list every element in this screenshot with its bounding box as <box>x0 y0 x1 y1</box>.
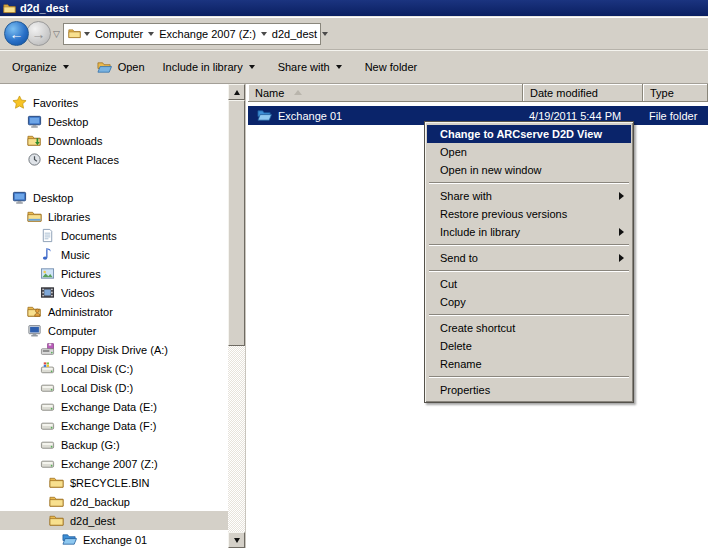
sidebar-item-backup-g[interactable]: Backup (G:) <box>0 435 228 454</box>
floppy-drive-icon <box>40 342 55 357</box>
chevron-down-icon[interactable] <box>322 32 328 36</box>
title-bar: d2d_dest <box>0 0 708 17</box>
new-folder-button[interactable]: New folder <box>365 61 418 73</box>
organize-label: Organize <box>12 61 57 73</box>
sidebar-item-pictures[interactable]: Pictures <box>0 264 228 283</box>
sidebar-item-music[interactable]: Music <box>0 245 228 264</box>
chevron-down-icon[interactable] <box>84 32 90 36</box>
menu-item-open[interactable]: Open <box>427 143 631 161</box>
column-header-date-modified[interactable]: Date modified <box>523 84 643 102</box>
sidebar-item-d2d-backup[interactable]: d2d_backup <box>0 492 228 511</box>
breadcrumb-exchange-2007-z[interactable]: Exchange 2007 (Z:) <box>157 28 258 40</box>
sidebar-item-label: Music <box>61 249 90 261</box>
new-folder-label: New folder <box>365 61 418 73</box>
chevron-down-icon <box>336 65 342 69</box>
sidebar-item-exchange-2007-z[interactable]: Exchange 2007 (Z:) <box>0 454 228 473</box>
scroll-up-button[interactable] <box>228 84 245 100</box>
triangle-down-icon <box>234 538 240 543</box>
sidebar-item-libraries[interactable]: Libraries <box>0 207 228 226</box>
menu-item-create-shortcut[interactable]: Create shortcut <box>427 319 631 337</box>
address-bar: ← → ▽ Computer Exchange 2007 (Z:) d2d_de… <box>0 18 708 50</box>
sidebar-item-exchange-data-f[interactable]: Exchange Data (F:) <box>0 416 228 435</box>
sidebar-item-administrator[interactable]: Administrator <box>0 302 228 321</box>
pictures-icon <box>40 266 55 281</box>
organize-button[interactable]: Organize <box>12 61 69 73</box>
sidebar-item-local-disk-c[interactable]: Local Disk (C:) <box>0 359 228 378</box>
scrollbar-thumb[interactable] <box>228 100 245 346</box>
menu-item-send-to[interactable]: Send to <box>427 249 631 267</box>
sidebar-item-d2d-dest[interactable]: d2d_dest <box>0 511 228 530</box>
sidebar-item-local-disk-d[interactable]: Local Disk (D:) <box>0 378 228 397</box>
back-arrow-icon: ← <box>10 26 24 42</box>
include-in-library-button[interactable]: Include in library <box>163 61 255 73</box>
open-folder-blue-icon <box>62 532 77 547</box>
menu-item-share-with[interactable]: Share with <box>427 187 631 205</box>
breadcrumb-d2d-dest[interactable]: d2d_dest <box>270 28 319 40</box>
menu-separator <box>429 314 629 316</box>
menu-item-copy[interactable]: Copy <box>427 293 631 311</box>
menu-item-restore-previous-versions[interactable]: Restore previous versions <box>427 205 631 223</box>
sidebar-item-label: Administrator <box>48 306 113 318</box>
sidebar-item-label: Desktop <box>33 192 73 204</box>
menu-item-change-to-arcserve-d2d-view[interactable]: Change to ARCserve D2D View <box>427 125 631 143</box>
sidebar-item-floppy-a[interactable]: Floppy Disk Drive (A:) <box>0 340 228 359</box>
sidebar-item-label: Floppy Disk Drive (A:) <box>61 344 168 356</box>
sidebar-item-computer[interactable]: Computer <box>0 321 228 340</box>
sidebar-item-label: Exchange 2007 (Z:) <box>61 458 158 470</box>
breadcrumb[interactable]: Computer Exchange 2007 (Z:) d2d_dest <box>63 23 321 45</box>
sidebar-item-label: $RECYCLE.BIN <box>70 477 149 489</box>
music-icon <box>40 247 55 262</box>
submenu-arrow-icon <box>619 192 624 200</box>
column-header-type[interactable]: Type <box>643 84 708 102</box>
command-toolbar: Organize Open Include in library Share w… <box>0 50 708 84</box>
sidebar-item-label: Local Disk (D:) <box>61 382 133 394</box>
menu-separator <box>429 376 629 378</box>
sidebar-item-label: Downloads <box>48 135 102 147</box>
chevron-down-icon[interactable] <box>148 32 154 36</box>
folder-icon <box>68 27 81 40</box>
sidebar-item-recent-places[interactable]: Recent Places <box>0 150 228 169</box>
column-headers: Name Date modified Type <box>248 84 708 102</box>
breadcrumb-computer[interactable]: Computer <box>93 28 145 40</box>
folder-icon <box>49 513 64 528</box>
menu-item-rename[interactable]: Rename <box>427 355 631 373</box>
menu-item-open-in-new-window[interactable]: Open in new window <box>427 161 631 179</box>
menu-item-cut[interactable]: Cut <box>427 275 631 293</box>
sidebar-item-recycle-bin[interactable]: $RECYCLE.BIN <box>0 473 228 492</box>
sidebar-item-label: Favorites <box>33 97 78 109</box>
system-drive-icon <box>40 361 55 376</box>
sidebar-item-exchange-01[interactable]: Exchange 01 <box>0 530 228 548</box>
column-header-name[interactable]: Name <box>248 84 523 102</box>
sidebar-item-documents[interactable]: Documents <box>0 226 228 245</box>
menu-item-include-in-library[interactable]: Include in library <box>427 223 631 241</box>
submenu-arrow-icon <box>619 228 624 236</box>
recent-places-icon <box>27 152 42 167</box>
menu-item-properties[interactable]: Properties <box>427 381 631 399</box>
column-label: Name <box>255 87 284 99</box>
back-button[interactable]: ← <box>4 21 29 46</box>
drive-icon <box>40 456 55 471</box>
chevron-down-icon[interactable] <box>261 32 267 36</box>
share-with-button[interactable]: Share with <box>278 61 342 73</box>
window-title: d2d_dest <box>20 2 68 14</box>
sidebar-item-desktop-favorite[interactable]: Desktop <box>0 112 228 131</box>
forward-button[interactable]: → <box>26 21 51 46</box>
menu-separator <box>429 244 629 246</box>
scroll-down-button[interactable] <box>228 532 245 548</box>
navigation-pane: Favorites Desktop Downloads Recent Place… <box>0 84 228 548</box>
sidebar-item-downloads[interactable]: Downloads <box>0 131 228 150</box>
menu-item-delete[interactable]: Delete <box>427 337 631 355</box>
recent-pages-dropdown[interactable]: ▽ <box>53 29 60 39</box>
sidebar-item-label: Local Disk (C:) <box>61 363 133 375</box>
sidebar-item-favorites[interactable]: Favorites <box>0 93 228 112</box>
sidebar-item-exchange-data-e[interactable]: Exchange Data (E:) <box>0 397 228 416</box>
tree-scrollbar[interactable] <box>228 84 245 548</box>
menu-separator <box>429 182 629 184</box>
sidebar-item-label: Desktop <box>48 116 88 128</box>
triangle-up-icon <box>234 90 240 95</box>
sidebar-item-videos[interactable]: Videos <box>0 283 228 302</box>
open-folder-blue-icon <box>257 108 272 123</box>
sidebar-item-label: d2d_backup <box>70 496 130 508</box>
open-button[interactable]: Open <box>97 60 145 75</box>
sidebar-item-desktop[interactable]: Desktop <box>0 188 228 207</box>
